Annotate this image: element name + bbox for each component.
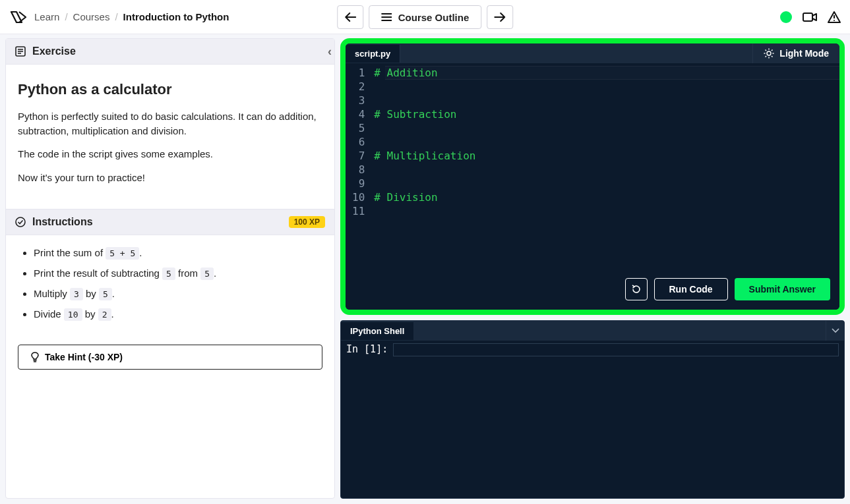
exercise-p2: The code in the script gives some exampl…: [18, 147, 322, 161]
exercise-body: Python as a calculator Python is perfect…: [6, 65, 334, 209]
code-area[interactable]: 1234567891011 # Addition # Subtraction #…: [346, 63, 839, 278]
inline-code: 5: [200, 267, 214, 280]
shell-input[interactable]: [393, 343, 839, 356]
inline-code: 5: [99, 288, 112, 300]
shell-prompt: In [1]:: [346, 343, 388, 495]
exercise-icon: [15, 46, 26, 57]
shell-tab-ipython[interactable]: IPython Shell: [341, 322, 413, 340]
exercise-title: Python as a calculator: [18, 79, 322, 100]
exercise-header-label: Exercise: [32, 45, 76, 57]
instructions-header: Instructions 100 XP: [6, 209, 334, 235]
prev-exercise-button[interactable]: [337, 5, 363, 29]
line-number: 2: [352, 80, 365, 94]
bulb-icon: [30, 352, 40, 362]
line-number: 7: [352, 149, 365, 163]
svg-line-15: [766, 56, 767, 57]
logo-icon[interactable]: [9, 8, 28, 26]
svg-point-7: [16, 217, 25, 227]
svg-line-14: [772, 56, 773, 57]
instruction-item: Print the result of subtracting 5 from 5…: [34, 267, 322, 279]
next-exercise-button[interactable]: [487, 5, 513, 29]
code-editor: script.py Light Mode 1234567891011 # Add…: [340, 38, 845, 315]
svg-point-2: [834, 20, 835, 21]
course-nav: Course Outline: [337, 5, 514, 29]
submit-answer-button[interactable]: Submit Answer: [735, 278, 830, 300]
report-issue-icon[interactable]: [828, 11, 841, 23]
left-panel: Exercise ‹ Python as a calculator Python…: [5, 38, 335, 499]
line-number: 5: [352, 121, 365, 135]
exercise-p3: Now it's your turn to practice!: [18, 171, 322, 185]
line-number: 11: [352, 204, 365, 218]
code-line[interactable]: # Subtraction: [374, 107, 475, 121]
topbar: Learn / Courses / Introduction to Python…: [0, 0, 850, 34]
menu-icon: [381, 13, 392, 21]
line-number: 3: [352, 94, 365, 107]
right-panel: script.py Light Mode 1234567891011 # Add…: [340, 38, 845, 499]
line-number: 6: [352, 135, 365, 149]
instruction-item: Multiply 3 by 5.: [34, 288, 322, 299]
shell-panel: IPython Shell In [1]:: [340, 320, 845, 499]
breadcrumb-sep: /: [65, 11, 67, 22]
svg-rect-0: [803, 13, 812, 21]
light-mode-label: Light Mode: [779, 48, 829, 59]
editor-tab-scriptpy[interactable]: script.py: [346, 45, 400, 63]
video-icon[interactable]: [803, 12, 817, 22]
code-line[interactable]: [374, 204, 475, 218]
check-circle-icon: [15, 217, 26, 227]
reset-code-button[interactable]: [625, 278, 648, 300]
inline-code: 5 + 5: [106, 247, 139, 260]
instruction-item: Divide 10 by 2.: [34, 308, 322, 320]
code-line[interactable]: [374, 121, 475, 135]
line-number: 4: [352, 107, 365, 121]
breadcrumb-sep: /: [115, 11, 117, 22]
connection-status-icon: [780, 11, 792, 23]
run-code-button[interactable]: Run Code: [654, 278, 728, 300]
light-mode-toggle[interactable]: Light Mode: [752, 43, 839, 63]
sun-icon: [764, 48, 774, 59]
breadcrumb-current[interactable]: Introduction to Python: [123, 11, 229, 22]
inline-code: 10: [64, 308, 82, 321]
collapse-left-icon[interactable]: ‹: [328, 45, 332, 59]
instructions-body: Print the sum of 5 + 5.Print the result …: [6, 235, 334, 341]
instructions-label: Instructions: [32, 216, 93, 228]
line-number: 8: [352, 163, 365, 177]
course-outline-button[interactable]: Course Outline: [369, 5, 482, 29]
code-line[interactable]: [374, 94, 475, 107]
inline-code: 5: [162, 267, 175, 280]
breadcrumb: Learn / Courses / Introduction to Python: [34, 11, 229, 22]
code-line[interactable]: [374, 135, 475, 149]
line-number: 9: [352, 177, 365, 190]
svg-line-16: [772, 50, 773, 51]
hint-label: Take Hint (-30 XP): [45, 352, 123, 362]
shell-collapse-icon[interactable]: [826, 321, 844, 341]
inline-code: 3: [70, 288, 83, 300]
code-line[interactable]: [374, 80, 475, 94]
code-line[interactable]: # Multiplication: [374, 149, 475, 163]
code-line[interactable]: [374, 163, 475, 177]
svg-point-8: [767, 51, 771, 55]
exercise-p1: Python is perfectly suited to do basic c…: [18, 109, 322, 138]
reset-icon: [631, 284, 642, 294]
inline-code: 2: [98, 308, 111, 321]
code-line[interactable]: [374, 177, 475, 190]
svg-line-13: [766, 50, 767, 51]
xp-badge: 100 XP: [289, 216, 325, 228]
course-outline-label: Course Outline: [398, 12, 470, 23]
shell-body[interactable]: In [1]:: [341, 341, 844, 498]
instruction-item: Print the sum of 5 + 5.: [34, 247, 322, 258]
code-line[interactable]: # Division: [374, 190, 475, 204]
breadcrumb-courses[interactable]: Courses: [73, 11, 110, 22]
take-hint-button[interactable]: Take Hint (-30 XP): [18, 345, 322, 370]
line-number: 1: [352, 66, 365, 80]
line-number: 10: [352, 190, 365, 204]
breadcrumb-learn[interactable]: Learn: [34, 11, 59, 22]
exercise-header: Exercise ‹: [6, 39, 334, 65]
line-gutter: 1234567891011: [346, 63, 374, 278]
